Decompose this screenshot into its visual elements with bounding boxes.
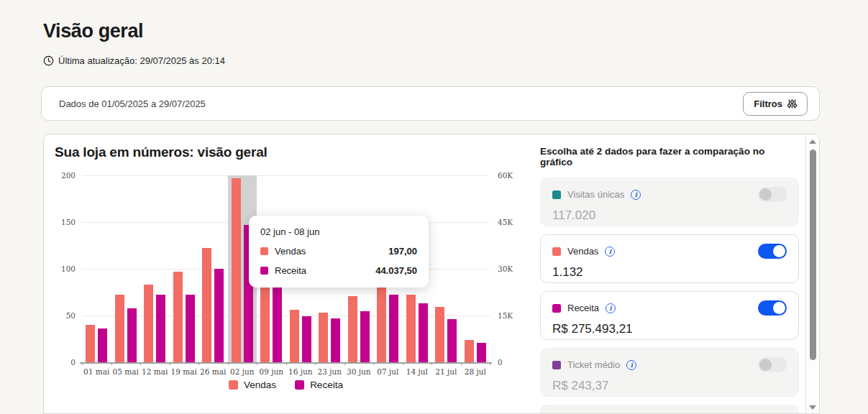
bar-vendas-09-jun[interactable] bbox=[260, 283, 270, 363]
last-updated-row: Última atualização: 29/07/2025 às 20:14 bbox=[43, 55, 225, 66]
bar-group-05-mai: 05 mai bbox=[111, 175, 141, 362]
info-icon[interactable]: i bbox=[631, 190, 641, 200]
clock-icon bbox=[43, 55, 54, 66]
x-axis-tick-label: 30 jun bbox=[347, 367, 370, 376]
bar-receita-12-mai[interactable] bbox=[156, 295, 165, 362]
bar-vendas-07-jul[interactable] bbox=[377, 287, 386, 362]
bar-receita-07-jul[interactable] bbox=[389, 295, 398, 362]
filters-button-label: Filtros bbox=[754, 98, 782, 109]
comparison-panel: Escolha até 2 dados para fazer a compara… bbox=[540, 146, 799, 414]
filters-button[interactable]: Filtros bbox=[743, 92, 808, 116]
x-axis-tick-label: 16 jun bbox=[288, 367, 312, 376]
x-axis-tick-label: 19 mai bbox=[171, 367, 197, 376]
x-axis-tick-label: 12 mai bbox=[142, 367, 168, 376]
legend-item-receita[interactable]: Receita bbox=[295, 380, 343, 390]
y-axis-left-tick: 50 bbox=[66, 311, 76, 320]
bar-vendas-23-jun[interactable] bbox=[319, 313, 328, 362]
metric-card-header: Vendasi bbox=[552, 244, 787, 259]
bar-vendas-28-jul[interactable] bbox=[465, 340, 474, 362]
x-axis-tick-label: 26 mai bbox=[200, 367, 226, 376]
metric-card-ticket-medio: Ticket médioiR$ 243,37 bbox=[540, 348, 799, 397]
metric-card-conversao-de-pedidos: Conversão de pedidosi bbox=[540, 405, 799, 414]
legend-label: Vendas bbox=[244, 380, 276, 390]
tooltip-row-receita: Receita44.037,50 bbox=[260, 265, 417, 276]
metric-card-header: Ticket médioi bbox=[552, 357, 787, 372]
legend-swatch bbox=[229, 380, 238, 390]
x-axis-tick-label: 14 jul bbox=[406, 367, 428, 376]
tooltip-row-vendas: Vendas197,00 bbox=[260, 246, 417, 257]
scroll-up-arrow[interactable] bbox=[809, 139, 816, 144]
metric-color-swatch bbox=[552, 361, 561, 369]
tooltip-series-label: Receita bbox=[275, 265, 306, 276]
toggle-vendas[interactable] bbox=[758, 244, 787, 259]
legend-label: Receita bbox=[310, 380, 343, 390]
bar-vendas-14-jul[interactable] bbox=[406, 295, 416, 362]
tooltip-swatch bbox=[260, 267, 268, 275]
legend-item-vendas[interactable]: Vendas bbox=[229, 380, 276, 390]
bar-vendas-01-mai[interactable] bbox=[86, 325, 95, 362]
bar-vendas-26-mai[interactable] bbox=[202, 248, 211, 362]
bar-vendas-30-jun[interactable] bbox=[348, 296, 357, 362]
info-icon[interactable]: i bbox=[606, 303, 616, 313]
toggle-knob bbox=[773, 245, 785, 257]
toggle-knob bbox=[773, 302, 785, 314]
tooltip-rows: Vendas197,00Receita44.037,50 bbox=[260, 246, 417, 276]
date-range-bar: Dados de 01/05/2025 a 29/07/2025 Filtros bbox=[41, 86, 820, 121]
bar-receita-23-jun[interactable] bbox=[331, 318, 340, 362]
metric-label: Ticket médio bbox=[567, 359, 620, 370]
tooltip-swatch bbox=[260, 247, 268, 255]
metric-card-header: Visitas únicasi bbox=[552, 187, 787, 202]
bar-receita-05-mai[interactable] bbox=[127, 308, 137, 362]
toggle-knob bbox=[759, 359, 772, 371]
bar-vendas-21-jul[interactable] bbox=[435, 307, 444, 362]
metric-color-swatch bbox=[552, 304, 561, 313]
sliders-icon bbox=[787, 99, 797, 109]
bar-receita-09-jun[interactable] bbox=[273, 283, 282, 363]
metric-value: R$ 243,37 bbox=[552, 379, 787, 393]
bar-receita-14-jul[interactable] bbox=[419, 303, 428, 362]
metric-card-receita: ReceitaiR$ 275.493,21 bbox=[540, 291, 799, 340]
x-axis-tick-label: 01 mai bbox=[83, 367, 109, 376]
info-icon[interactable]: i bbox=[626, 360, 636, 370]
x-axis-line bbox=[80, 362, 492, 364]
bar-receita-19-mai[interactable] bbox=[186, 295, 195, 362]
metric-label: Receita bbox=[567, 303, 599, 313]
bar-receita-30-jun[interactable] bbox=[360, 311, 370, 362]
info-icon[interactable]: i bbox=[605, 247, 615, 257]
metric-value: 1.132 bbox=[552, 265, 787, 280]
bar-vendas-05-mai[interactable] bbox=[115, 295, 124, 362]
bar-vendas-02-jun[interactable] bbox=[232, 178, 241, 362]
scrollbar-thumb[interactable] bbox=[810, 150, 816, 360]
bar-receita-28-jul[interactable] bbox=[477, 343, 486, 362]
bar-group-21-jul: 21 jul bbox=[431, 175, 461, 362]
bar-group-12-mai: 12 mai bbox=[140, 175, 170, 362]
bar-vendas-16-jun[interactable] bbox=[290, 310, 299, 362]
metric-card-header: Receitai bbox=[552, 300, 787, 316]
bar-receita-21-jul[interactable] bbox=[447, 319, 457, 362]
x-axis-tick-label: 28 jul bbox=[465, 367, 486, 376]
metric-cards: Visitas únicasi117.020Vendasi1.132Receit… bbox=[540, 178, 799, 414]
toggle-receita[interactable] bbox=[758, 300, 787, 316]
metric-value: 117.020 bbox=[552, 208, 787, 223]
metric-card-visitas-unicas: Visitas únicasi117.020 bbox=[540, 178, 799, 226]
y-axis-right-tick: 15K bbox=[498, 311, 513, 320]
scroll-down-arrow[interactable] bbox=[809, 405, 816, 410]
toggle-ticket-medio[interactable] bbox=[758, 357, 787, 372]
bar-receita-16-jun[interactable] bbox=[302, 316, 311, 362]
x-axis-tick-label: 23 jun bbox=[318, 367, 342, 376]
bar-receita-01-mai[interactable] bbox=[98, 328, 107, 362]
metric-card-vendas: Vendasi1.132 bbox=[540, 234, 799, 283]
bar-vendas-19-mai[interactable] bbox=[173, 272, 183, 362]
bar-receita-26-mai[interactable] bbox=[214, 269, 224, 362]
overview-card: Sua loja em números: visão geral 005015K… bbox=[43, 134, 820, 414]
y-axis-left-tick: 0 bbox=[70, 358, 76, 367]
toggle-visitas-unicas[interactable] bbox=[758, 187, 787, 202]
toggle-knob bbox=[759, 188, 772, 201]
bar-vendas-12-mai[interactable] bbox=[144, 285, 153, 362]
comparison-panel-header: Escolha até 2 dados para fazer a compara… bbox=[540, 146, 799, 167]
y-axis-right-tick: 60K bbox=[498, 171, 513, 180]
x-axis-tick-label: 05 mai bbox=[113, 367, 139, 376]
metric-label: Vendas bbox=[567, 246, 598, 257]
chart-legend: VendasReceita bbox=[82, 380, 490, 390]
vertical-scrollbar[interactable] bbox=[805, 134, 819, 414]
